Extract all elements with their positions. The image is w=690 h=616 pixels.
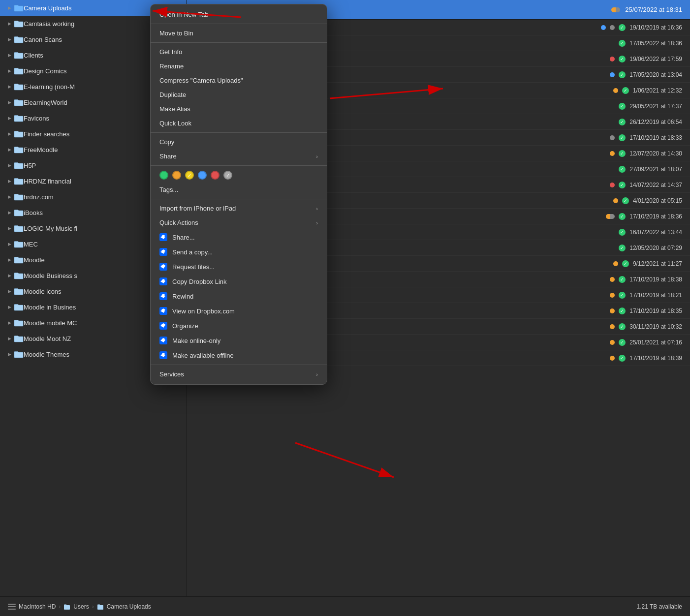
- disclosure-arrow-16[interactable]: ▶: [6, 256, 13, 263]
- menu-item-15[interactable]: Tags...: [151, 183, 327, 197]
- file-row-content-18: ✓17/10/2019 at 18:35: [610, 308, 682, 314]
- file-date-16: 17/10/2019 at 18:38: [629, 276, 682, 283]
- disclosure-arrow-22[interactable]: ▶: [6, 351, 13, 358]
- menu-item-2[interactable]: Move to Bin: [151, 26, 327, 40]
- menu-item-22[interactable]: Copy Dropbox Link: [151, 274, 327, 289]
- tags-row: ✓✓: [151, 168, 327, 183]
- file-date-0: 19/10/2019 at 16:36: [629, 24, 682, 31]
- disclosure-arrow-1[interactable]: ▶: [6, 20, 13, 27]
- folder-icon-21: [14, 335, 24, 342]
- menu-item-23[interactable]: Rewind: [151, 289, 327, 304]
- disclosure-arrow-10[interactable]: ▶: [6, 162, 13, 169]
- dropbox-icon-24: [159, 307, 167, 315]
- menu-item-label-2: Move to Bin: [159, 30, 193, 37]
- menu-item-20[interactable]: Send a copy...: [151, 245, 327, 259]
- disclosure-arrow-11[interactable]: ▶: [6, 178, 13, 185]
- folder-icon-2: [14, 35, 24, 43]
- folder-icon-4: [14, 67, 24, 75]
- tag-yellow[interactable]: ✓: [185, 171, 194, 180]
- menu-item-arrow-18: ›: [316, 220, 318, 226]
- folder-icon-22: [14, 350, 24, 358]
- dot-orange-20-0: [610, 340, 615, 345]
- disclosure-arrow-8[interactable]: ▶: [6, 130, 13, 137]
- menu-item-17[interactable]: Import from iPhone or iPad›: [151, 201, 327, 216]
- menu-item-24[interactable]: View on Dropbox.com: [151, 304, 327, 318]
- menu-item-26[interactable]: Make online-only: [151, 333, 327, 348]
- folder-icon-0: [14, 4, 24, 12]
- menu-item-25[interactable]: Organize: [151, 318, 327, 333]
- disclosure-arrow-5[interactable]: ▶: [6, 83, 13, 90]
- menu-item-0[interactable]: Open in New Tab: [151, 7, 327, 22]
- sidebar-item-label-16: Moodle: [24, 256, 45, 264]
- menu-item-5[interactable]: Rename: [151, 59, 327, 73]
- folder-icon-16: [14, 256, 24, 264]
- disclosure-arrow-6[interactable]: ▶: [6, 99, 13, 106]
- file-row-content-16: ✓17/10/2019 at 18:38: [610, 276, 682, 283]
- menu-item-7[interactable]: Duplicate: [151, 88, 327, 102]
- file-date-19: 30/11/2019 at 10:32: [629, 323, 682, 330]
- menu-item-27[interactable]: Make available offline: [151, 348, 327, 363]
- disclosure-arrow-19[interactable]: ▶: [6, 304, 13, 310]
- dot-orange-8-0: [610, 151, 615, 156]
- sidebar-item-label-12: hrdnz.com: [24, 193, 54, 201]
- menu-item-29[interactable]: Services›: [151, 367, 327, 381]
- dot-orange-19-0: [610, 324, 615, 329]
- dropbox-icon-27: [159, 351, 167, 359]
- disclosure-arrow-2[interactable]: ▶: [6, 36, 13, 43]
- file-row-content-9: ✓27/09/2021 at 18:07: [619, 166, 682, 173]
- svg-rect-38: [8, 609, 16, 610]
- file-date-6: 26/12/2019 at 06:54: [629, 119, 682, 125]
- file-row-content-11: ✓4/01/2020 at 05:15: [613, 197, 682, 204]
- menu-item-label-6: Compress "Camera Uploads": [159, 77, 243, 84]
- disclosure-arrow-15[interactable]: ▶: [6, 241, 13, 247]
- breadcrumb: Macintosh HD › Users › Camera Uploads: [8, 603, 632, 610]
- tag-orange[interactable]: [172, 171, 181, 180]
- menu-item-4[interactable]: Get Info: [151, 45, 327, 59]
- file-row-content-0: ✓19/10/2019 at 16:36: [601, 24, 682, 31]
- dot-red-10-0: [610, 183, 615, 187]
- menu-item-label-9: Quick Look: [159, 120, 191, 127]
- menu-item-18[interactable]: Quick Actions›: [151, 216, 327, 230]
- disclosure-arrow-17[interactable]: ▶: [6, 272, 13, 279]
- check-2: ✓: [619, 56, 626, 62]
- disclosure-arrow-7[interactable]: ▶: [6, 115, 13, 122]
- menu-item-21[interactable]: Request files...: [151, 259, 327, 274]
- disclosure-arrow-20[interactable]: ▶: [6, 319, 13, 326]
- tag-gray[interactable]: ✓: [223, 171, 232, 180]
- disclosure-arrow-12[interactable]: ▶: [6, 193, 13, 200]
- menu-item-label-27: Make available offline: [172, 352, 234, 359]
- menu-item-6[interactable]: Compress "Camera Uploads": [151, 73, 327, 88]
- tag-red[interactable]: [211, 171, 220, 180]
- folder-icon-3: [14, 51, 24, 59]
- menu-item-9[interactable]: Quick Look: [151, 116, 327, 130]
- tag-blue[interactable]: [198, 171, 207, 180]
- menu-item-label-4: Get Info: [159, 48, 182, 56]
- disclosure-arrow-4[interactable]: ▶: [6, 67, 13, 74]
- menu-item-12[interactable]: Share›: [151, 149, 327, 163]
- folder-icon-12: [14, 193, 24, 201]
- disclosure-arrow-0[interactable]: ▶: [6, 4, 13, 11]
- sidebar-item-label-2: Canon Scans: [24, 36, 62, 43]
- check-20: ✓: [619, 339, 626, 346]
- disclosure-arrow-18[interactable]: ▶: [6, 288, 13, 295]
- sidebar-item-label-6: ElearningWorld: [24, 99, 67, 106]
- disclosure-arrow-13[interactable]: ▶: [6, 209, 13, 216]
- dropbox-icon-21: [159, 263, 167, 271]
- menu-item-label-21: Request files...: [172, 263, 215, 271]
- menu-item-19[interactable]: Share...: [151, 230, 327, 245]
- folder-icon-19: [14, 303, 24, 311]
- disclosure-arrow-14[interactable]: ▶: [6, 225, 13, 232]
- disclosure-arrow-9[interactable]: ▶: [6, 146, 13, 153]
- tag-green[interactable]: [159, 171, 168, 180]
- menu-item-11[interactable]: Copy: [151, 135, 327, 149]
- disclosure-arrow-3[interactable]: ▶: [6, 52, 13, 59]
- dot-half-12: [606, 214, 615, 219]
- status-bar: Macintosh HD › Users › Camera Uploads 1.…: [0, 596, 690, 616]
- menu-item-8[interactable]: Make Alias: [151, 102, 327, 116]
- menu-separator-3: [151, 42, 327, 43]
- disclosure-arrow-21[interactable]: ▶: [6, 335, 13, 342]
- file-row-content-6: ✓26/12/2019 at 06:54: [619, 119, 682, 125]
- dot-gray-0-1: [610, 25, 615, 30]
- file-row-content-21: ✓17/10/2019 at 18:39: [610, 355, 682, 362]
- finder-window: ▶Camera Uploads▶Camtasia working▶Canon S…: [0, 0, 690, 616]
